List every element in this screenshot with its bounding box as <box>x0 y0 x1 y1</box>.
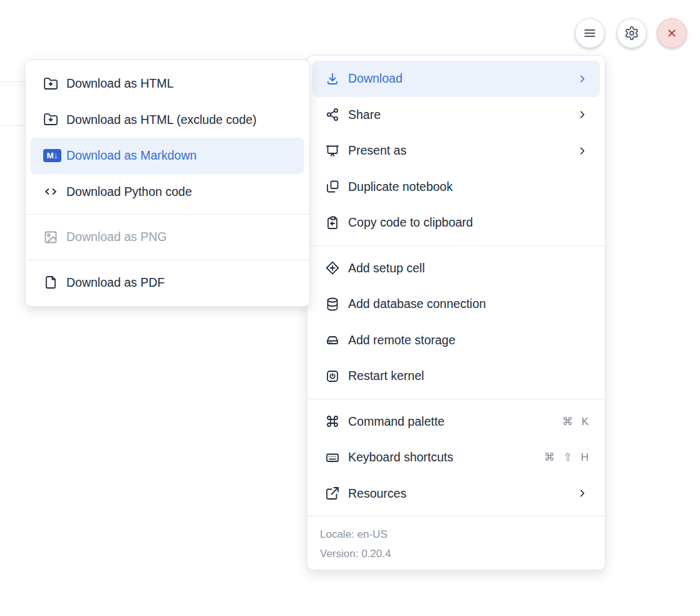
menu-item-command-palette[interactable]: Command palette ⌘ K <box>312 404 600 440</box>
chevron-right-icon <box>576 145 589 157</box>
menu-item-label: Duplicate notebook <box>348 180 589 194</box>
menu-item-download-as-html[interactable]: Download as HTML <box>31 66 304 102</box>
x-icon <box>664 26 679 41</box>
menu-item-download-as-markdown[interactable]: M↓ Download as Markdown <box>31 138 304 174</box>
hamburger-icon <box>582 26 597 41</box>
chevron-right-icon <box>576 73 589 85</box>
menu-item-label: Download Python code <box>66 185 293 199</box>
menu-item-label: Copy code to clipboard <box>348 215 589 230</box>
menu-item-download-python-code[interactable]: Download Python code <box>31 174 304 210</box>
share-icon <box>325 107 340 122</box>
menu-item-label: Keyboard shortcuts <box>348 450 544 465</box>
menu-item-add-database-connection[interactable]: Add database connection <box>312 286 600 322</box>
page-divider-line <box>0 85 26 85</box>
diamond-plus-icon <box>325 260 340 275</box>
notebook-actions-menu: Download Share Present as Duplicate note… <box>307 55 605 570</box>
menu-item-copy-code[interactable]: Copy code to clipboard <box>312 205 600 241</box>
menu-item-label: Download as Markdown <box>66 148 293 163</box>
notebook-menu-button[interactable] <box>575 18 605 48</box>
menu-item-add-remote-storage[interactable]: Add remote storage <box>312 322 600 359</box>
menu-item-label: Add setup cell <box>348 261 589 275</box>
menu-item-label: Share <box>348 108 569 122</box>
menu-item-duplicate-notebook[interactable]: Duplicate notebook <box>312 169 600 205</box>
menu-item-download[interactable]: Download <box>312 61 600 97</box>
shutdown-button[interactable] <box>657 18 687 48</box>
menu-item-label: Present as <box>348 143 569 158</box>
image-icon <box>43 230 61 245</box>
version-text: Version: 0.20.4 <box>320 544 592 563</box>
page-divider-line <box>0 81 26 82</box>
folder-down-icon <box>43 112 61 127</box>
menu-item-label: Restart kernel <box>348 369 589 383</box>
menu-item-label: Add database connection <box>348 297 589 311</box>
menu-item-label: Add remote storage <box>348 333 589 347</box>
clipboard-copy-icon <box>325 215 340 230</box>
menu-item-resources[interactable]: Resources <box>312 476 600 512</box>
menu-divider <box>26 214 309 215</box>
copy-icon <box>325 179 340 194</box>
database-icon <box>325 297 340 312</box>
menu-divider <box>307 516 605 516</box>
menu-item-label: Download <box>348 71 569 86</box>
menu-item-share[interactable]: Share <box>312 97 600 133</box>
code-icon <box>43 184 61 199</box>
menu-divider <box>307 245 605 246</box>
page-divider-line <box>0 125 26 126</box>
folder-down-icon <box>43 76 61 91</box>
command-icon <box>325 414 340 429</box>
menu-item-label: Download as PNG <box>66 230 293 244</box>
hard-drive-icon <box>325 332 340 347</box>
keyboard-icon <box>325 450 340 465</box>
menu-item-download-as-html-exclude-code[interactable]: Download as HTML (exclude code) <box>31 102 304 138</box>
external-link-icon <box>325 486 340 501</box>
file-icon <box>43 275 61 290</box>
locale-text: Locale: en-US <box>320 525 592 544</box>
menu-item-label: Download as PDF <box>66 275 293 290</box>
menu-item-download-as-png: Download as PNG <box>31 219 304 255</box>
shortcut-hint: ⌘ K <box>562 415 589 428</box>
menu-item-restart-kernel[interactable]: Restart kernel <box>312 358 600 394</box>
shortcut-hint: ⌘ ⇧ H <box>544 451 589 464</box>
menu-item-add-setup-cell[interactable]: Add setup cell <box>312 250 600 287</box>
square-power-icon <box>325 369 340 384</box>
download-submenu: Download as HTML Download as HTML (exclu… <box>25 59 310 307</box>
presentation-icon <box>325 143 340 158</box>
menu-item-present-as[interactable]: Present as <box>312 133 600 169</box>
menu-item-label: Download as HTML (exclude code) <box>66 113 293 127</box>
chevron-right-icon <box>576 108 589 121</box>
markdown-download-icon: M↓ <box>43 149 61 162</box>
menu-footer: Locale: en-US Version: 0.20.4 <box>307 521 605 570</box>
chevron-right-icon <box>576 487 589 500</box>
menu-item-download-as-pdf[interactable]: Download as PDF <box>31 265 304 301</box>
menu-item-label: Resources <box>348 486 569 501</box>
menu-item-keyboard-shortcuts[interactable]: Keyboard shortcuts ⌘ ⇧ H <box>312 439 600 476</box>
menu-divider <box>307 399 605 399</box>
gear-icon <box>624 26 639 41</box>
menu-item-label: Command palette <box>348 414 562 429</box>
download-icon <box>325 71 340 86</box>
menu-divider <box>26 260 309 260</box>
menu-item-label: Download as HTML <box>66 76 293 91</box>
settings-button[interactable] <box>617 18 647 48</box>
